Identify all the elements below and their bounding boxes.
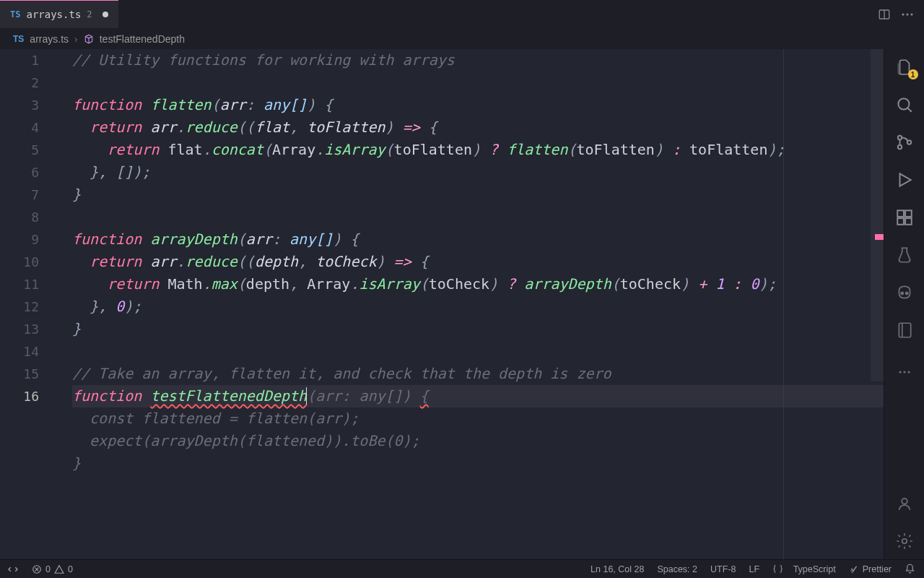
tab-filename: arrays.ts [26,9,81,20]
svg-point-21 [903,371,905,373]
dirty-indicator-icon [103,12,108,17]
code-lines[interactable]: // Utility functions for working with ar… [72,49,884,475]
split-editor-icon[interactable] [878,8,891,21]
svg-line-6 [907,108,911,111]
svg-marker-10 [899,173,910,186]
typescript-icon: TS [10,9,20,20]
status-indent[interactable]: Spaces: 2 [657,564,697,574]
explorer-badge: 1 [908,69,918,79]
symbol-method-icon [84,34,94,44]
notebook-icon[interactable] [894,319,915,341]
testing-icon[interactable] [894,244,915,266]
copilot-icon[interactable] [894,282,915,303]
activity-bar: 1 [884,49,924,559]
svg-point-22 [907,371,910,373]
chevron-right-icon: › [74,33,78,45]
tab-arrays[interactable]: TS arrays.ts 2 [0,0,118,28]
status-language[interactable]: { } TypeScript [772,564,836,574]
svg-point-17 [905,292,907,294]
search-icon[interactable] [894,94,915,116]
explorer-icon[interactable]: 1 [894,56,915,78]
code-editor[interactable]: 1234 5678 9101112 13141516 // Utility fu… [0,49,884,559]
problems-status[interactable]: 0 0 [32,564,73,574]
svg-rect-18 [899,323,910,337]
svg-rect-11 [897,210,904,217]
breadcrumb-symbol[interactable]: testFlattenedDepth [100,33,185,45]
tab-problem-count: 2 [87,9,92,20]
line-number-gutter: 1234 5678 9101112 13141516 [0,49,56,407]
svg-point-16 [901,292,903,294]
account-icon[interactable] [894,493,915,514]
status-bar: 0 0 Ln 16, Col 28 Spaces: 2 UTF-8 LF { }… [0,559,924,578]
settings-gear-icon[interactable] [894,530,915,552]
svg-point-4 [910,13,912,15]
status-line-col[interactable]: Ln 16, Col 28 [590,564,644,574]
svg-rect-14 [905,210,912,217]
typescript-icon: TS [13,34,24,44]
svg-point-7 [897,136,901,139]
status-eol[interactable]: LF [749,564,759,574]
breadcrumb-file[interactable]: arrays.ts [30,33,69,45]
text-cursor [306,387,307,405]
svg-point-2 [902,13,904,15]
svg-point-20 [899,371,901,373]
tab-bar: TS arrays.ts 2 [0,0,924,29]
breadcrumb[interactable]: TS arrays.ts › testFlattenedDepth [0,29,924,49]
status-encoding[interactable]: UTF-8 [710,564,736,574]
svg-rect-12 [897,218,904,225]
svg-point-8 [897,145,901,149]
notifications-icon[interactable] [905,564,915,574]
more-actions-icon[interactable] [901,8,914,21]
svg-point-23 [902,499,907,504]
source-control-icon[interactable] [894,131,915,153]
run-debug-icon[interactable] [894,169,915,191]
remote-icon[interactable] [7,564,19,575]
status-formatter[interactable]: Prettier [849,564,892,574]
svg-point-3 [906,13,908,15]
svg-point-5 [898,98,909,109]
svg-rect-13 [905,218,912,225]
overflow-icon[interactable] [894,361,915,383]
svg-point-24 [902,539,907,544]
extensions-icon[interactable] [894,207,915,228]
